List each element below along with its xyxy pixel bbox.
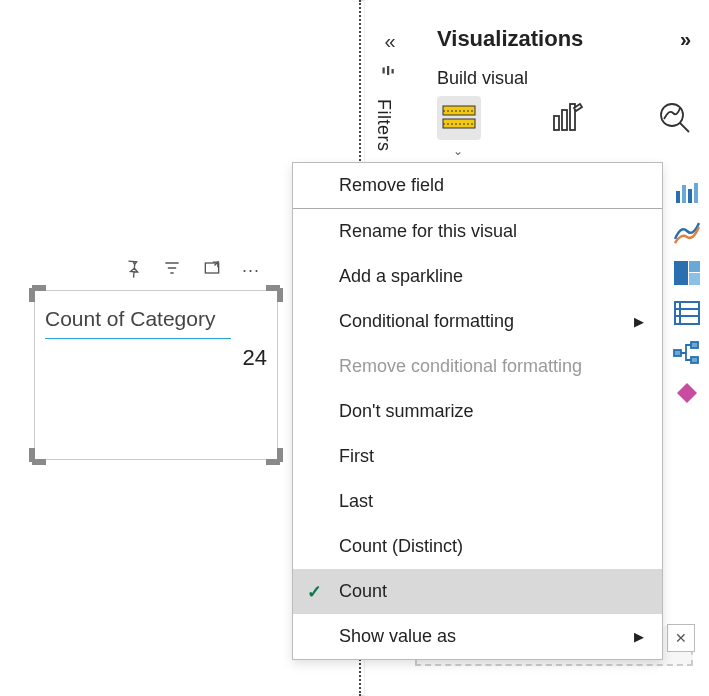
card-visual[interactable]: Count of Category 24 [34,290,278,460]
svg-rect-21 [689,261,700,272]
decomposition-tree-icon[interactable] [672,338,702,368]
menu-add-sparkline[interactable]: Add a sparkline [293,254,662,299]
submenu-arrow-icon: ▶ [634,314,644,329]
menu-first[interactable]: First [293,434,662,479]
build-visual-label: Build visual [437,68,528,89]
menu-count[interactable]: ✓ Count [293,569,662,614]
visualization-gallery [669,178,705,408]
power-apps-icon[interactable] [672,378,702,408]
remove-field-icon[interactable]: ✕ [667,624,695,652]
svg-line-15 [680,123,689,132]
menu-remove-field[interactable]: Remove field [293,163,662,209]
svg-rect-29 [691,357,698,363]
expand-filters-icon[interactable]: « [373,30,407,53]
build-visual-mode-icon[interactable] [437,96,481,140]
visual-toolbar: ··· [122,258,260,282]
clustered-column-chart-icon[interactable] [672,178,702,208]
svg-rect-3 [205,263,218,273]
menu-item-label: Remove conditional formatting [339,356,582,377]
svg-rect-11 [554,116,559,130]
menu-count-distinct[interactable]: Count (Distinct) [293,524,662,569]
menu-dont-summarize[interactable]: Don't summarize [293,389,662,434]
menu-show-value-as[interactable]: Show value as ▶ [293,614,662,659]
menu-item-label: Conditional formatting [339,311,514,332]
svg-rect-4 [383,68,385,74]
filter-icon[interactable] [162,258,182,282]
menu-item-label: Last [339,491,373,512]
menu-conditional-formatting[interactable]: Conditional formatting ▶ [293,299,662,344]
focus-mode-icon[interactable] [202,258,222,282]
visualizations-title: Visualizations [437,26,583,52]
svg-rect-16 [676,191,680,203]
pin-icon[interactable] [122,258,142,282]
field-context-menu: Remove field Rename for this visual Add … [292,162,663,660]
multi-row-card-icon[interactable] [672,298,702,328]
svg-rect-12 [562,110,567,130]
menu-last[interactable]: Last [293,479,662,524]
filters-pane-collapsed[interactable]: « Filters [373,30,407,152]
menu-item-label: Count (Distinct) [339,536,463,557]
more-options-icon[interactable]: ··· [242,265,260,275]
filter-bars-icon [381,65,399,79]
format-visual-mode-icon[interactable] [545,96,589,140]
menu-remove-conditional-formatting: Remove conditional formatting [293,344,662,389]
svg-rect-17 [682,185,686,203]
svg-rect-23 [675,302,699,324]
card-value: 24 [243,345,267,371]
menu-item-label: Don't summarize [339,401,473,422]
menu-item-label: Remove field [339,175,444,196]
menu-item-label: Count [339,581,387,602]
treemap-icon[interactable] [672,258,702,288]
menu-item-label: Rename for this visual [339,221,517,242]
svg-rect-19 [694,183,698,203]
check-icon: ✓ [307,581,322,603]
svg-rect-27 [674,350,681,356]
svg-rect-22 [689,273,700,285]
svg-rect-5 [387,66,389,75]
menu-item-label: Show value as [339,626,456,647]
card-title-underline [45,338,231,339]
analytics-mode-icon[interactable] [653,96,697,140]
svg-rect-20 [674,261,688,285]
svg-rect-6 [392,69,394,74]
card-title: Count of Category [45,307,215,335]
menu-rename-for-visual[interactable]: Rename for this visual [293,209,662,254]
filters-label: Filters [373,99,394,152]
svg-point-14 [661,104,683,126]
svg-rect-28 [691,342,698,348]
ribbon-chart-icon[interactable] [672,218,702,248]
menu-item-label: First [339,446,374,467]
svg-rect-18 [688,189,692,203]
submenu-arrow-icon: ▶ [634,629,644,644]
collapse-pane-icon[interactable]: » [680,28,691,51]
menu-item-label: Add a sparkline [339,266,463,287]
mode-caret-icon: ⌄ [453,144,463,158]
